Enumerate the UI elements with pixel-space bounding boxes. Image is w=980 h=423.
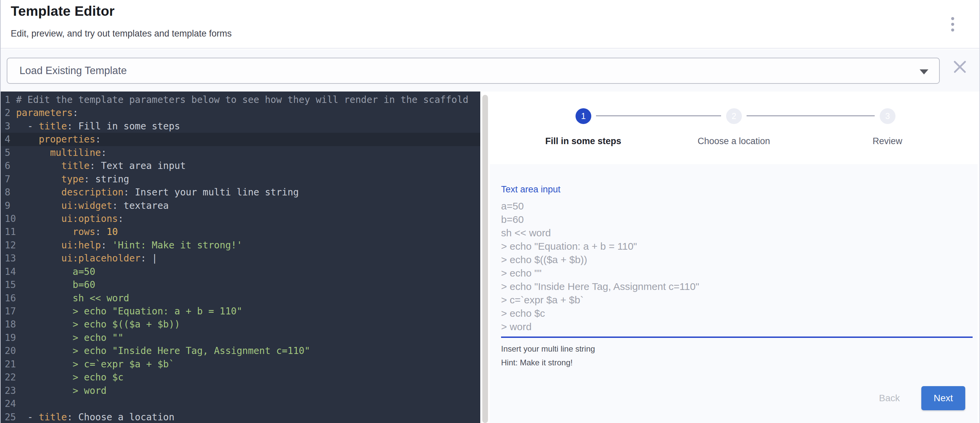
stepper: 1Fill in some steps2Choose a location3Re…	[488, 92, 978, 164]
placeholder-line: > echo "Inside Here Tag, Assignment c=11…	[501, 280, 966, 293]
line-number: 21	[1, 358, 16, 371]
line-number: 11	[1, 225, 16, 238]
step-connector	[746, 115, 875, 116]
step-label: Review	[820, 136, 955, 146]
code-line: 19 > echo ""	[1, 331, 480, 344]
line-number: 22	[1, 371, 16, 384]
line-number: 7	[1, 173, 16, 186]
code-line: 9 ui:widget: textarea	[1, 199, 480, 212]
code-line: 23 > word	[1, 384, 480, 397]
placeholder-line: > echo "Equation: a + b = 110"	[501, 240, 966, 253]
line-number: 19	[1, 331, 16, 344]
placeholder-line: > c=`expr $a + $b`	[501, 293, 966, 307]
placeholder-line: > echo $c	[501, 307, 966, 320]
placeholder-line: > word	[501, 320, 966, 334]
header: Template Editor Edit, preview, and try o…	[1, 0, 979, 49]
code-line: 6 title: Text area input	[1, 159, 480, 172]
line-number: 2	[1, 106, 16, 119]
code-line: 14 a=50	[1, 265, 480, 278]
page-subtitle: Edit, preview, and try out templates and…	[11, 29, 232, 39]
code-line: 3 - title: Fill in some steps	[1, 120, 480, 133]
placeholder-line: > echo $(($a + $b))	[501, 253, 966, 266]
code-line: 15 b=60	[1, 278, 480, 291]
code-line: 24	[1, 397, 480, 410]
step-circle-1: 1	[576, 108, 591, 124]
editor-scrollbar[interactable]	[482, 95, 488, 423]
code-line: 13 ui:placeholder: |	[1, 252, 480, 265]
close-icon	[953, 60, 967, 73]
code-line: 8 description: Insert your multi line st…	[1, 186, 480, 199]
line-number: 9	[1, 199, 16, 212]
field-hint: Hint: Make it strong!	[501, 358, 573, 368]
step-label: Choose a location	[667, 136, 801, 146]
back-button[interactable]: Back	[873, 388, 906, 408]
placeholder-line: a=50	[501, 200, 966, 213]
line-number: 14	[1, 265, 16, 278]
line-number: 15	[1, 278, 16, 291]
line-number: 17	[1, 305, 16, 318]
step-circle-3: 3	[880, 108, 896, 124]
field-label: Text area input	[501, 184, 560, 195]
code-line: 5 multiline:	[1, 146, 480, 159]
code-line: 12 ui:help: 'Hint: Make it strong!'	[1, 239, 480, 252]
preview-panel: 1Fill in some steps2Choose a location3Re…	[488, 92, 978, 423]
step-label: Fill in some steps	[516, 136, 650, 146]
line-number: 8	[1, 186, 16, 199]
multiline-textarea-input[interactable]: a=50b=60sh << word> echo "Equation: a + …	[501, 200, 966, 334]
line-number: 5	[1, 146, 16, 159]
line-number: 10	[1, 212, 16, 225]
code-line: 7 type: string	[1, 173, 480, 186]
line-number: 18	[1, 318, 16, 331]
line-number: 23	[1, 384, 16, 397]
line-number: 1	[1, 93, 16, 106]
yaml-code-editor[interactable]: 1# Edit the template parameters below to…	[1, 92, 480, 423]
line-number: 13	[1, 252, 16, 265]
code-line: 22 > echo $c	[1, 371, 480, 384]
code-line: 18 > echo $(($a + $b))	[1, 318, 480, 331]
code-line: 16 sh << word	[1, 292, 480, 305]
code-line: 10 ui:options:	[1, 212, 480, 225]
template-loader-section: Load Existing Template	[1, 49, 979, 92]
line-number: 6	[1, 159, 16, 172]
line-number: 12	[1, 239, 16, 252]
placeholder-line: sh << word	[501, 226, 966, 240]
chevron-down-icon	[920, 70, 928, 74]
clear-template-button[interactable]	[949, 56, 970, 78]
line-number: 24	[1, 397, 16, 410]
page-title: Template Editor	[11, 3, 115, 19]
next-button[interactable]: Next	[921, 386, 965, 410]
wizard-buttons: Back Next	[873, 386, 965, 410]
line-number: 3	[1, 120, 16, 133]
line-number: 4	[1, 133, 16, 146]
step-connector	[596, 115, 721, 116]
kebab-menu-icon	[951, 17, 954, 32]
placeholder-line: b=60	[501, 213, 966, 226]
line-number: 20	[1, 344, 16, 357]
code-line: 1# Edit the template parameters below to…	[1, 93, 480, 106]
input-focus-underline	[501, 336, 973, 338]
step-circle-2: 2	[726, 108, 742, 124]
load-template-select[interactable]: Load Existing Template	[7, 58, 940, 84]
code-line: 4 properties:	[1, 133, 480, 146]
load-template-placeholder: Load Existing Template	[19, 65, 127, 77]
line-number: 25	[1, 410, 16, 423]
placeholder-line: > echo ""	[501, 266, 966, 280]
template-editor-page: Template Editor Edit, preview, and try o…	[0, 0, 980, 423]
field-description: Insert your multi line string	[501, 344, 595, 353]
code-line: 25 - title: Choose a location	[1, 410, 480, 423]
code-line: 11 rows: 10	[1, 225, 480, 238]
overflow-menu-button[interactable]	[943, 15, 962, 33]
form-panel: Text area input a=50b=60sh << word> echo…	[490, 164, 978, 423]
code-line: 20 > echo "Inside Here Tag, Assignment c…	[1, 344, 480, 357]
line-number: 16	[1, 292, 16, 305]
code-line: 17 > echo "Equation: a + b = 110"	[1, 305, 480, 318]
code-line: 21 > c=`expr $a + $b`	[1, 358, 480, 371]
code-line: 2parameters:	[1, 106, 480, 119]
